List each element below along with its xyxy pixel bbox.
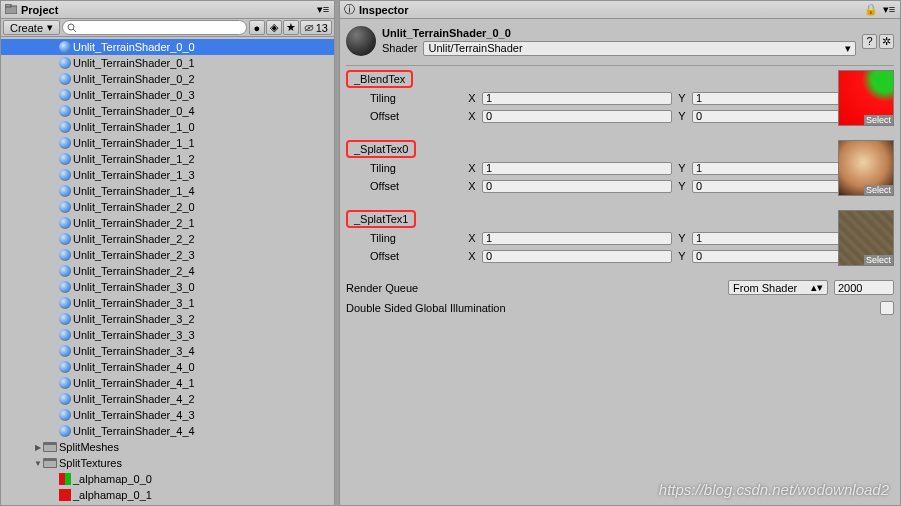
texture-slot[interactable]: Select: [838, 70, 894, 126]
offset-x-field[interactable]: [482, 180, 672, 193]
create-button-label: Create: [10, 22, 43, 34]
search-field[interactable]: [79, 22, 242, 34]
tree-item[interactable]: Unlit_TerrainShader_2_4: [1, 263, 334, 279]
tree-item-label: Unlit_TerrainShader_4_0: [73, 361, 195, 373]
tree-item[interactable]: Unlit_TerrainShader_1_2: [1, 151, 334, 167]
filter-favorites-icon[interactable]: ●: [249, 20, 265, 35]
material-icon: [59, 409, 71, 421]
tiling-label: Tiling: [346, 162, 466, 174]
filter-label-icon[interactable]: ★: [283, 20, 299, 35]
tree-item[interactable]: _alphamap_0_0: [1, 471, 334, 487]
tree-item[interactable]: Unlit_TerrainShader_1_0: [1, 119, 334, 135]
texture-property: _SplatTex0TilingXYOffsetXYSelect: [346, 140, 894, 194]
offset-label: Offset: [346, 180, 466, 192]
tree-item[interactable]: Unlit_TerrainShader_1_4: [1, 183, 334, 199]
tree-item-label: Unlit_TerrainShader_2_1: [73, 217, 195, 229]
tree-item[interactable]: Unlit_TerrainShader_3_4: [1, 343, 334, 359]
texture-select-button[interactable]: Select: [864, 115, 893, 125]
lock-icon[interactable]: 🔒: [864, 3, 878, 16]
inspector-title: Inspector: [359, 4, 860, 16]
tree-item[interactable]: Unlit_TerrainShader_3_2: [1, 311, 334, 327]
tree-item[interactable]: Unlit_TerrainShader_3_3: [1, 327, 334, 343]
render-queue-dropdown[interactable]: From Shader ▴▾: [728, 280, 828, 295]
tree-item[interactable]: Unlit_TerrainShader_3_0: [1, 279, 334, 295]
material-icon: [59, 41, 71, 53]
material-icon: [59, 73, 71, 85]
chevron-down-icon: ▾: [845, 42, 851, 55]
tree-item[interactable]: Unlit_TerrainShader_2_3: [1, 247, 334, 263]
tree-item[interactable]: Unlit_TerrainShader_0_3: [1, 87, 334, 103]
settings-icon[interactable]: ✲: [879, 34, 894, 49]
separator: [346, 65, 894, 66]
tree-item[interactable]: Unlit_TerrainShader_4_0: [1, 359, 334, 375]
axis-label-x: X: [466, 180, 478, 192]
expand-toggle-icon[interactable]: ▶: [33, 443, 43, 452]
tree-item[interactable]: Unlit_TerrainShader_0_4: [1, 103, 334, 119]
search-input[interactable]: [62, 20, 247, 35]
texture-icon: [59, 489, 71, 501]
inspector-panel: ⓘ Inspector 🔒 ▾≡ Unlit_TerrainShader_0_0…: [339, 0, 901, 506]
create-button[interactable]: Create ▾: [3, 20, 60, 35]
tiling-label: Tiling: [346, 232, 466, 244]
tree-item[interactable]: Unlit_TerrainShader_0_2: [1, 71, 334, 87]
panel-menu-icon[interactable]: ▾≡: [316, 3, 330, 16]
texture-slot[interactable]: Select: [838, 210, 894, 266]
expand-toggle-icon[interactable]: ▼: [33, 459, 43, 468]
texture-select-button[interactable]: Select: [864, 255, 893, 265]
project-title: Project: [21, 4, 312, 16]
axis-label-y: Y: [676, 232, 688, 244]
texture-select-button[interactable]: Select: [864, 185, 893, 195]
material-icon: [59, 217, 71, 229]
shader-dropdown[interactable]: Unlit/TerrainShader ▾: [423, 41, 856, 56]
hidden-count-button[interactable]: 13: [300, 20, 332, 35]
texture-property: _BlendTexTilingXYOffsetXYSelect: [346, 70, 894, 124]
render-queue-row: Render Queue From Shader ▴▾: [346, 280, 894, 295]
tree-item-label: _alphamap_0_1: [73, 489, 152, 501]
dsgi-checkbox[interactable]: [880, 301, 894, 315]
tree-item-label: Unlit_TerrainShader_0_4: [73, 105, 195, 117]
tree-item[interactable]: Unlit_TerrainShader_1_1: [1, 135, 334, 151]
tiling-x-field[interactable]: [482, 92, 672, 105]
offset-row: OffsetXY: [346, 178, 894, 194]
tree-item[interactable]: Unlit_TerrainShader_0_0: [1, 39, 334, 55]
inspector-icon: ⓘ: [344, 2, 355, 17]
tiling-x-field[interactable]: [482, 232, 672, 245]
tree-item[interactable]: Unlit_TerrainShader_4_4: [1, 423, 334, 439]
project-tree[interactable]: Unlit_TerrainShader_0_0Unlit_TerrainShad…: [1, 37, 334, 505]
tree-item[interactable]: ▼SplitTextures: [1, 455, 334, 471]
tree-item-label: Unlit_TerrainShader_1_4: [73, 185, 195, 197]
tree-item[interactable]: Unlit_TerrainShader_4_1: [1, 375, 334, 391]
eye-slash-icon: [304, 24, 314, 32]
tree-item[interactable]: Unlit_TerrainShader_1_3: [1, 167, 334, 183]
tree-item[interactable]: Unlit_TerrainShader_3_1: [1, 295, 334, 311]
render-queue-field[interactable]: [834, 280, 894, 295]
tree-item[interactable]: Unlit_TerrainShader_2_2: [1, 231, 334, 247]
offset-x-field[interactable]: [482, 250, 672, 263]
texture-slot[interactable]: Select: [838, 140, 894, 196]
axis-label-y: Y: [676, 110, 688, 122]
filter-type-icon[interactable]: ◈: [266, 20, 282, 35]
help-button[interactable]: ?: [862, 34, 877, 49]
material-icon: [59, 265, 71, 277]
updown-icon: ▴▾: [811, 281, 823, 294]
material-icon: [59, 105, 71, 117]
panel-menu-icon[interactable]: ▾≡: [882, 3, 896, 16]
material-icon: [59, 313, 71, 325]
tree-item[interactable]: Unlit_TerrainShader_4_3: [1, 407, 334, 423]
tree-item[interactable]: ▶SplitMeshes: [1, 439, 334, 455]
tree-item[interactable]: Unlit_TerrainShader_4_2: [1, 391, 334, 407]
tree-item-label: Unlit_TerrainShader_4_4: [73, 425, 195, 437]
offset-x-field[interactable]: [482, 110, 672, 123]
property-name: _SplatTex0: [346, 140, 416, 158]
offset-label: Offset: [346, 110, 466, 122]
tiling-row: TilingXY: [346, 160, 894, 176]
tree-item[interactable]: Unlit_TerrainShader_2_1: [1, 215, 334, 231]
tree-item[interactable]: Unlit_TerrainShader_0_1: [1, 55, 334, 71]
material-icon: [59, 393, 71, 405]
tiling-x-field[interactable]: [482, 162, 672, 175]
tree-item-label: SplitTextures: [59, 457, 122, 469]
tree-item[interactable]: _alphamap_0_1: [1, 487, 334, 503]
axis-label-x: X: [466, 232, 478, 244]
material-icon: [59, 201, 71, 213]
tree-item[interactable]: Unlit_TerrainShader_2_0: [1, 199, 334, 215]
